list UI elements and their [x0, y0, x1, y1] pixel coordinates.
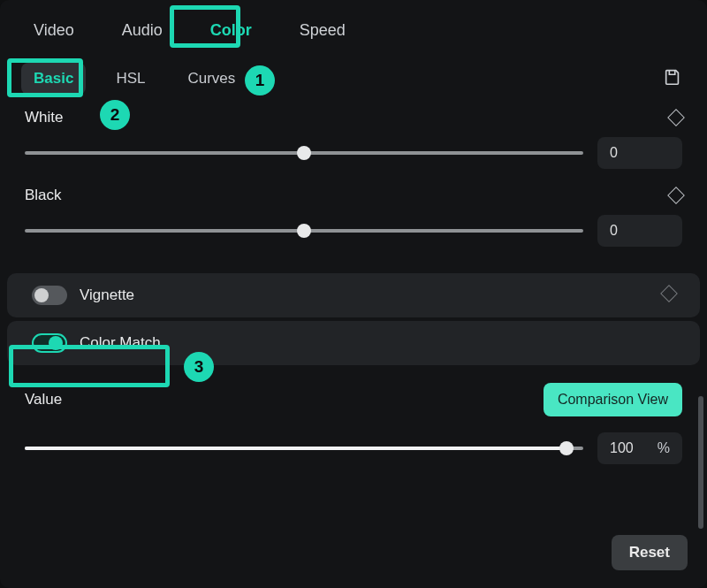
value-unit: % [658, 440, 670, 456]
sub-tab-bar: Basic HSL Curves [0, 52, 707, 103]
top-tab-bar: Video Audio Color Speed [0, 0, 707, 52]
keyframe-icon[interactable] [667, 187, 685, 204]
tab-video[interactable]: Video [25, 16, 83, 45]
keyframe-icon[interactable] [667, 109, 685, 126]
white-slider[interactable] [25, 144, 583, 162]
tab-color[interactable]: Color [201, 16, 261, 45]
black-slider-group: Black 0 [0, 181, 707, 259]
value-section: Value Comparison View 100 % [0, 365, 707, 471]
value-label: Value [25, 391, 62, 409]
vignette-label: Vignette [80, 286, 134, 304]
toggle-section: Vignette Color Match [0, 273, 707, 365]
comparison-view-button[interactable]: Comparison View [544, 383, 682, 416]
black-value: 0 [610, 223, 618, 239]
reset-button[interactable]: Reset [612, 535, 688, 570]
white-slider-group: White 0 [0, 103, 707, 181]
subtab-curves[interactable]: Curves [175, 63, 247, 95]
color-match-label: Color Match [80, 334, 161, 352]
save-preset-button[interactable] [663, 67, 686, 90]
black-label: Black [25, 187, 62, 204]
scrollbar[interactable] [698, 396, 703, 529]
color-match-toggle[interactable] [32, 333, 67, 353]
subtab-hsl[interactable]: HSL [103, 63, 157, 95]
tab-speed[interactable]: Speed [291, 16, 354, 45]
color-match-row: Color Match [7, 321, 700, 365]
black-slider[interactable] [25, 222, 583, 240]
vignette-toggle[interactable] [32, 286, 67, 305]
white-label: White [25, 109, 63, 126]
white-value: 0 [610, 145, 618, 161]
vignette-row: Vignette [7, 273, 700, 317]
footer: Reset [612, 535, 688, 570]
keyframe-icon[interactable] [660, 285, 678, 302]
subtab-basic[interactable]: Basic [21, 63, 86, 95]
value-input[interactable]: 100 % [597, 432, 682, 464]
save-icon [663, 67, 682, 87]
white-value-input[interactable]: 0 [597, 137, 682, 169]
value-number: 100 [610, 440, 634, 456]
black-value-input[interactable]: 0 [597, 215, 682, 247]
value-slider[interactable] [25, 439, 583, 457]
tab-audio[interactable]: Audio [113, 16, 171, 45]
